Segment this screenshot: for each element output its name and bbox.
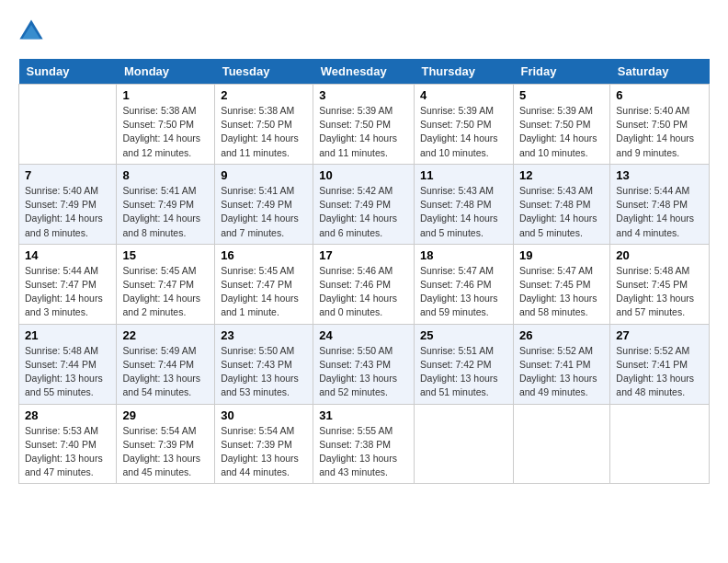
calendar-cell: 1Sunrise: 5:38 AMSunset: 7:50 PMDaylight… (117, 85, 215, 165)
calendar-cell: 31Sunrise: 5:55 AMSunset: 7:38 PMDayligh… (313, 404, 415, 484)
day-info: Sunrise: 5:45 AMSunset: 7:47 PMDaylight:… (122, 264, 209, 320)
day-info: Sunrise: 5:52 AMSunset: 7:41 PMDaylight:… (519, 344, 604, 400)
day-number: 7 (25, 168, 110, 182)
day-info: Sunrise: 5:47 AMSunset: 7:45 PMDaylight:… (519, 264, 604, 320)
calendar-cell: 12Sunrise: 5:43 AMSunset: 7:48 PMDayligh… (513, 164, 609, 244)
day-number: 18 (420, 248, 507, 262)
day-number: 16 (221, 248, 307, 262)
calendar-cell: 21Sunrise: 5:48 AMSunset: 7:44 PMDayligh… (19, 324, 117, 404)
day-number: 13 (616, 168, 703, 182)
day-number: 31 (319, 408, 408, 422)
day-info: Sunrise: 5:44 AMSunset: 7:48 PMDaylight:… (616, 184, 703, 240)
day-number: 19 (519, 248, 604, 262)
weekday-header-row: SundayMondayTuesdayWednesdayThursdayFrid… (19, 59, 710, 85)
day-info: Sunrise: 5:43 AMSunset: 7:48 PMDaylight:… (420, 184, 507, 240)
calendar-week-row: 1Sunrise: 5:38 AMSunset: 7:50 PMDaylight… (19, 85, 710, 165)
logo-icon (18, 18, 44, 44)
calendar-cell: 15Sunrise: 5:45 AMSunset: 7:47 PMDayligh… (117, 244, 215, 324)
day-info: Sunrise: 5:38 AMSunset: 7:50 PMDaylight:… (221, 104, 307, 160)
weekday-header-saturday: Saturday (610, 59, 710, 85)
day-number: 8 (122, 168, 209, 182)
day-number: 6 (616, 88, 703, 102)
day-info: Sunrise: 5:43 AMSunset: 7:48 PMDaylight:… (519, 184, 604, 240)
calendar-cell: 11Sunrise: 5:43 AMSunset: 7:48 PMDayligh… (414, 164, 513, 244)
day-number: 9 (221, 168, 307, 182)
day-number: 4 (420, 88, 507, 102)
day-number: 24 (319, 328, 408, 342)
day-info: Sunrise: 5:49 AMSunset: 7:44 PMDaylight:… (122, 344, 209, 400)
calendar-cell: 5Sunrise: 5:39 AMSunset: 7:50 PMDaylight… (513, 85, 609, 165)
day-info: Sunrise: 5:39 AMSunset: 7:50 PMDaylight:… (420, 104, 507, 160)
day-info: Sunrise: 5:47 AMSunset: 7:46 PMDaylight:… (420, 264, 507, 320)
calendar-cell: 20Sunrise: 5:48 AMSunset: 7:45 PMDayligh… (610, 244, 710, 324)
calendar-cell: 29Sunrise: 5:54 AMSunset: 7:39 PMDayligh… (117, 404, 215, 484)
day-info: Sunrise: 5:54 AMSunset: 7:39 PMDaylight:… (221, 424, 307, 480)
day-number: 12 (519, 168, 604, 182)
calendar-week-row: 7Sunrise: 5:40 AMSunset: 7:49 PMDaylight… (19, 164, 710, 244)
calendar-cell (414, 404, 513, 484)
day-number: 1 (122, 88, 209, 102)
day-info: Sunrise: 5:51 AMSunset: 7:42 PMDaylight:… (420, 344, 507, 400)
day-number: 30 (221, 408, 307, 422)
day-info: Sunrise: 5:48 AMSunset: 7:44 PMDaylight:… (25, 344, 110, 400)
calendar-cell: 4Sunrise: 5:39 AMSunset: 7:50 PMDaylight… (414, 85, 513, 165)
calendar-cell: 8Sunrise: 5:41 AMSunset: 7:49 PMDaylight… (117, 164, 215, 244)
day-number: 28 (25, 408, 110, 422)
day-info: Sunrise: 5:44 AMSunset: 7:47 PMDaylight:… (25, 264, 110, 320)
day-info: Sunrise: 5:54 AMSunset: 7:39 PMDaylight:… (122, 424, 209, 480)
weekday-header-monday: Monday (117, 59, 215, 85)
day-info: Sunrise: 5:50 AMSunset: 7:43 PMDaylight:… (221, 344, 307, 400)
weekday-header-sunday: Sunday (19, 59, 117, 85)
logo (18, 18, 48, 44)
day-number: 14 (25, 248, 110, 262)
day-info: Sunrise: 5:50 AMSunset: 7:43 PMDaylight:… (319, 344, 408, 400)
calendar-cell: 10Sunrise: 5:42 AMSunset: 7:49 PMDayligh… (313, 164, 415, 244)
day-number: 22 (122, 328, 209, 342)
day-info: Sunrise: 5:46 AMSunset: 7:46 PMDaylight:… (319, 264, 408, 320)
calendar-cell: 19Sunrise: 5:47 AMSunset: 7:45 PMDayligh… (513, 244, 609, 324)
day-info: Sunrise: 5:45 AMSunset: 7:47 PMDaylight:… (221, 264, 307, 320)
calendar-cell: 9Sunrise: 5:41 AMSunset: 7:49 PMDaylight… (215, 164, 313, 244)
day-number: 23 (221, 328, 307, 342)
weekday-header-friday: Friday (513, 59, 609, 85)
day-number: 20 (616, 248, 703, 262)
calendar-cell: 16Sunrise: 5:45 AMSunset: 7:47 PMDayligh… (215, 244, 313, 324)
weekday-header-thursday: Thursday (414, 59, 513, 85)
day-number: 11 (420, 168, 507, 182)
calendar-cell (19, 85, 117, 165)
calendar-cell: 14Sunrise: 5:44 AMSunset: 7:47 PMDayligh… (19, 244, 117, 324)
calendar-cell: 7Sunrise: 5:40 AMSunset: 7:49 PMDaylight… (19, 164, 117, 244)
calendar-cell: 30Sunrise: 5:54 AMSunset: 7:39 PMDayligh… (215, 404, 313, 484)
calendar-cell: 28Sunrise: 5:53 AMSunset: 7:40 PMDayligh… (19, 404, 117, 484)
calendar-cell: 2Sunrise: 5:38 AMSunset: 7:50 PMDaylight… (215, 85, 313, 165)
calendar-cell: 24Sunrise: 5:50 AMSunset: 7:43 PMDayligh… (313, 324, 415, 404)
day-number: 10 (319, 168, 408, 182)
day-number: 25 (420, 328, 507, 342)
calendar-cell: 23Sunrise: 5:50 AMSunset: 7:43 PMDayligh… (215, 324, 313, 404)
day-info: Sunrise: 5:52 AMSunset: 7:41 PMDaylight:… (616, 344, 703, 400)
day-info: Sunrise: 5:40 AMSunset: 7:50 PMDaylight:… (616, 104, 703, 160)
weekday-header-tuesday: Tuesday (215, 59, 313, 85)
calendar-cell: 22Sunrise: 5:49 AMSunset: 7:44 PMDayligh… (117, 324, 215, 404)
weekday-header-wednesday: Wednesday (313, 59, 415, 85)
calendar-cell: 17Sunrise: 5:46 AMSunset: 7:46 PMDayligh… (313, 244, 415, 324)
day-info: Sunrise: 5:41 AMSunset: 7:49 PMDaylight:… (221, 184, 307, 240)
day-info: Sunrise: 5:39 AMSunset: 7:50 PMDaylight:… (519, 104, 604, 160)
calendar-cell: 26Sunrise: 5:52 AMSunset: 7:41 PMDayligh… (513, 324, 609, 404)
day-number: 2 (221, 88, 307, 102)
day-number: 3 (319, 88, 408, 102)
day-info: Sunrise: 5:42 AMSunset: 7:49 PMDaylight:… (319, 184, 408, 240)
day-number: 27 (616, 328, 703, 342)
day-number: 17 (319, 248, 408, 262)
calendar-cell: 3Sunrise: 5:39 AMSunset: 7:50 PMDaylight… (313, 85, 415, 165)
calendar-week-row: 21Sunrise: 5:48 AMSunset: 7:44 PMDayligh… (19, 324, 710, 404)
calendar-table: SundayMondayTuesdayWednesdayThursdayFrid… (18, 59, 710, 484)
day-info: Sunrise: 5:40 AMSunset: 7:49 PMDaylight:… (25, 184, 110, 240)
day-number: 21 (25, 328, 110, 342)
day-number: 26 (519, 328, 604, 342)
calendar-week-row: 14Sunrise: 5:44 AMSunset: 7:47 PMDayligh… (19, 244, 710, 324)
calendar-cell: 13Sunrise: 5:44 AMSunset: 7:48 PMDayligh… (610, 164, 710, 244)
day-info: Sunrise: 5:53 AMSunset: 7:40 PMDaylight:… (25, 424, 110, 480)
day-number: 15 (122, 248, 209, 262)
page-header (18, 18, 710, 44)
